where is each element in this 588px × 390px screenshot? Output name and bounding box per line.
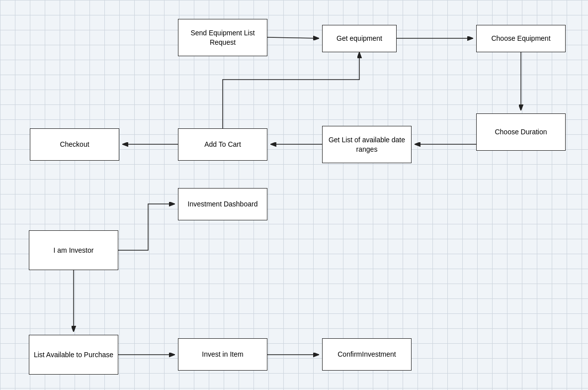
node-send-equipment: Send Equipment List Request: [178, 19, 267, 56]
node-list-available: List Available to Purchase: [29, 335, 118, 375]
node-choose-equipment: Choose Equipment: [476, 25, 566, 52]
node-i-am-investor: I am Investor: [29, 230, 118, 270]
node-invest-in-item: Invest in Item: [178, 338, 267, 371]
node-get-list-date: Get List of available date ranges: [322, 126, 412, 163]
node-checkout: Checkout: [30, 128, 119, 161]
arrows-svg: [0, 0, 588, 390]
svg-line-1: [267, 37, 319, 38]
node-get-equipment: Get equipment: [322, 25, 397, 52]
diagram-container: Send Equipment List Request Get equipmen…: [0, 0, 588, 390]
node-add-to-cart: Add To Cart: [178, 128, 267, 161]
node-choose-duration: Choose Duration: [476, 113, 566, 151]
node-confirm-investment: ConfirmInvestment: [322, 338, 412, 371]
node-investment-dashboard: Investment Dashboard: [178, 188, 267, 220]
